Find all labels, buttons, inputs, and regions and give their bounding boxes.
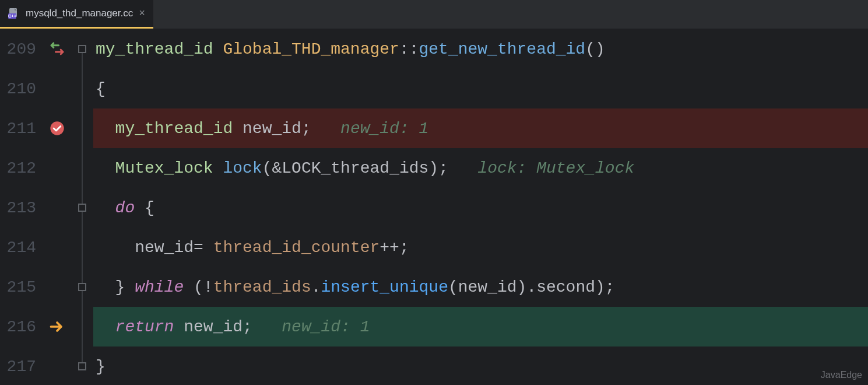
- line-number: 214: [0, 239, 41, 257]
- inlay-hint: new_id: 1: [282, 318, 370, 336]
- inlay-hint: lock: Mutex_lock: [477, 159, 634, 177]
- fold-handle-icon[interactable]: [78, 362, 86, 370]
- line-number: 209: [0, 40, 41, 58]
- tab-bar: C++ mysqld_thd_manager.cc ×: [0, 0, 868, 29]
- fold-handle-icon[interactable]: [78, 283, 86, 291]
- line-number: 212: [0, 159, 41, 177]
- code-line: 211 my_thread_id new_id; new_id: 1: [0, 108, 868, 148]
- code-line: 216 return new_id; new_id: 1: [0, 307, 868, 346]
- svg-text:C++: C++: [8, 13, 17, 19]
- code-line: 210 {: [0, 69, 868, 108]
- cpp-file-icon: C++: [8, 8, 20, 19]
- svg-point-3: [50, 121, 64, 135]
- execution-pointer-icon[interactable]: [49, 318, 65, 335]
- code-line: 215 } while (!thread_ids.insert_unique(n…: [0, 267, 868, 307]
- code-line: 214 new_id= thread_id_counter++;: [0, 228, 868, 267]
- code-editor[interactable]: 209 my_thread_id Global_THD_manager::get…: [0, 29, 868, 385]
- line-number: 210: [0, 80, 41, 98]
- line-number: 217: [0, 358, 41, 376]
- line-number: 213: [0, 199, 41, 217]
- editor-tab[interactable]: C++ mysqld_thd_manager.cc ×: [0, 0, 153, 29]
- tab-filename: mysqld_thd_manager.cc: [26, 8, 133, 19]
- close-tab-icon[interactable]: ×: [139, 8, 145, 19]
- code-line: 212 Mutex_lock lock(&LOCK_thread_ids); l…: [0, 148, 868, 188]
- code-line: 213 do {: [0, 188, 868, 228]
- watermark: JavaEdge: [821, 370, 862, 380]
- code-line: 209 my_thread_id Global_THD_manager::get…: [0, 29, 868, 69]
- method-separator-icon[interactable]: [48, 40, 66, 58]
- fold-handle-icon[interactable]: [78, 204, 86, 212]
- line-number: 215: [0, 278, 41, 296]
- breakpoint-hit-icon[interactable]: [49, 120, 65, 136]
- line-number: 216: [0, 318, 41, 336]
- line-number: 211: [0, 120, 41, 138]
- inlay-hint: new_id: 1: [340, 120, 428, 138]
- fold-handle-icon[interactable]: [78, 45, 86, 53]
- code-line: 217 }: [0, 346, 868, 385]
